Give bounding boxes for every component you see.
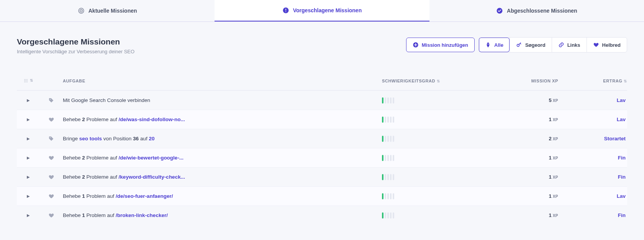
expand-toggle[interactable]: ▶ [17,136,40,141]
table-row[interactable]: ▶Behebe 2 Probleme auf /de/was-sind-dofo… [17,110,627,129]
task-link[interactable]: seo tools [79,136,102,141]
row-type-icon [40,193,63,199]
task-cell: Mit Google Search Console verbinden [63,97,293,103]
difficulty-cell [382,212,482,219]
task-link[interactable]: /de/wie-bewertet-google-... [119,155,184,161]
column-reorder[interactable]: ⇅ [17,78,40,83]
add-mission-label: Mission hinzufügen [422,42,468,48]
ertrag-cell: Fin [558,155,627,161]
difficulty-bars [382,193,394,199]
table-body: ▶Mit Google Search Console verbinden5XPL… [17,90,627,225]
xp-cell: 1XP [482,117,558,122]
column-xp[interactable]: MISSION XP [482,79,558,83]
task-cell: Behebe 2 Probleme auf /keyword-difficult… [63,174,293,180]
row-type-icon [40,155,63,161]
task-cell: Bringe seo tools von Position 36 auf 20 [63,136,293,141]
tag-icon [48,97,54,104]
sort-icon: ⇅ [30,78,33,83]
expand-toggle[interactable]: ▶ [17,194,40,198]
heart-icon [48,155,54,161]
table-row[interactable]: ▶Behebe 2 Probleme auf /de/wie-bewertet-… [17,148,627,167]
tab-label: Aktuelle Missionen [88,8,137,14]
ertrag-cell: Fin [558,174,627,180]
filter-health[interactable]: Helbred [587,38,627,52]
xp-cell: 1XP [482,193,558,199]
row-type-icon [40,97,63,104]
row-type-icon [40,174,63,180]
difficulty-bars [382,97,394,104]
tab-suggested-missions[interactable]: Vorgeschlagene Missionen [215,0,429,21]
difficulty-cell [382,136,482,142]
filter-keywords[interactable]: Søgeord [510,38,552,52]
rocket-icon [485,42,491,48]
heart-icon [48,117,54,123]
column-schwierigkeit[interactable]: SCHWIERIGKEITSGRAD⇅ [382,79,482,83]
heart-icon [48,174,54,180]
ertrag-cell: Lav [558,97,627,103]
table-row[interactable]: ▶Mit Google Search Console verbinden5XPL… [17,90,627,110]
filter-label: Links [567,42,580,48]
difficulty-bars [382,136,394,142]
expand-toggle[interactable]: ▶ [17,98,40,102]
table-row[interactable]: ▶Behebe 1 Problem auf /de/seo-fuer-anfae… [17,186,627,205]
expand-toggle[interactable]: ▶ [17,213,40,217]
grip-icon [23,78,28,83]
ertrag-cell: Lav [558,193,627,199]
ertrag-cell: Lav [558,117,627,122]
difficulty-cell [382,155,482,161]
row-type-icon [40,117,63,123]
difficulty-cell [382,97,482,104]
task-link[interactable]: /de/seo-fuer-anfaenger/ [116,193,173,199]
task-cell: Behebe 2 Probleme auf /de/was-sind-dofol… [63,117,293,122]
task-cell: Behebe 2 Probleme auf /de/wie-bewertet-g… [63,155,293,161]
row-type-icon [40,136,63,142]
difficulty-bars [382,155,394,161]
column-aufgabe[interactable]: AUFGABE [63,79,382,83]
mission-tabs: Aktuelle Missionen Vorgeschlagene Missio… [0,0,644,22]
difficulty-cell [382,117,482,123]
xp-cell: 2XP [482,136,558,141]
difficulty-bars [382,117,394,123]
task-cell: Behebe 1 Problem auf /de/seo-fuer-anfaen… [63,193,293,199]
sort-icon: ⇅ [624,79,627,83]
difficulty-cell [382,174,482,180]
task-link[interactable]: /de/was-sind-dofollow-no... [119,117,185,122]
table-row[interactable]: ▶Behebe 1 Problem auf /broken-link-check… [17,205,627,225]
task-link[interactable]: /broken-link-checker/ [116,212,168,218]
tab-current-missions[interactable]: Aktuelle Missionen [0,0,215,21]
tab-label: Abgeschlossene Missionen [507,8,577,14]
exclaim-icon [282,7,289,14]
table-row[interactable]: ▶Behebe 2 Probleme auf /keyword-difficul… [17,167,627,186]
expand-toggle[interactable]: ▶ [17,175,40,179]
heart-icon [48,193,54,199]
task-cell: Behebe 1 Problem auf /broken-link-checke… [63,212,293,218]
expand-toggle[interactable]: ▶ [17,117,40,122]
link-icon [558,42,564,48]
page-title: Vorgeschlagene Missionen [17,37,134,46]
filter-links[interactable]: Links [552,38,587,52]
add-mission-button[interactable]: Mission hinzufügen [406,38,475,52]
filter-label: Søgeord [525,42,546,48]
task-link[interactable]: /keyword-difficulty-check... [119,174,185,180]
tag-icon [48,136,54,142]
task-link[interactable]: 20 [149,136,154,141]
difficulty-bars [382,212,394,219]
filter-group: Alle Søgeord Links Helbred [478,37,627,53]
xp-cell: 1XP [482,155,558,161]
xp-cell: 1XP [482,212,558,218]
xp-cell: 5XP [482,97,558,103]
missions-table: ⇅ AUFGABE SCHWIERIGKEITSGRAD⇅ MISSION XP… [17,71,627,225]
filter-all[interactable]: Alle [479,38,510,52]
check-icon [496,7,503,14]
column-ertrag[interactable]: ERTRAG⇅ [558,79,627,83]
tab-completed-missions[interactable]: Abgeschlossene Missionen [429,0,644,21]
page-header: Vorgeschlagene Missionen Intelligente Vo… [17,37,627,54]
table-row[interactable]: ▶Bringe seo tools von Position 36 auf 20… [17,129,627,148]
page-subtitle: Intelligente Vorschläge zur Verbesserung… [17,49,134,54]
heart-icon [593,42,599,48]
ertrag-cell: Storartet [558,136,627,141]
expand-toggle[interactable]: ▶ [17,156,40,160]
plus-icon [413,42,419,48]
ertrag-cell: Fin [558,212,627,218]
target-icon [78,7,85,14]
